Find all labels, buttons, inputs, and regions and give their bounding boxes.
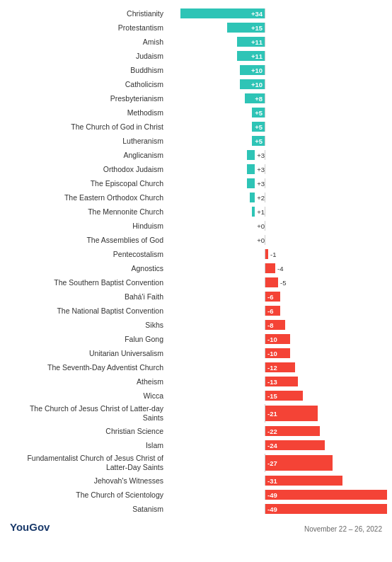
bar-row: Anglicanism+3	[7, 149, 385, 161]
bar-label: Bahá'i Faith	[7, 292, 166, 302]
bar-row: Protestantism+15	[7, 21, 385, 34]
negative-bar: -6	[265, 292, 280, 302]
positive-bar	[252, 207, 255, 217]
bar-label: Jehovah's Witnesses	[7, 476, 166, 486]
bar-row: Unitarian Universalism-10	[7, 347, 385, 360]
bar-value-label: +3	[257, 151, 265, 159]
bar-area: -49	[166, 490, 392, 500]
positive-bar: +10	[240, 65, 265, 75]
bar-value-label: +5	[255, 123, 263, 131]
bar-row: Sikhs-8	[7, 319, 385, 331]
positive-bar	[250, 193, 255, 202]
bar-row: Pentecostalism-1	[7, 248, 385, 260]
bar-area: +3	[166, 178, 392, 188]
bar-row: The Church of Scientology-49	[7, 488, 385, 501]
bar-label: Lutheranism	[7, 137, 166, 146]
bar-area: -6	[166, 306, 392, 316]
bar-label: Pentecostalism	[7, 250, 166, 259]
bar-label: Sikhs	[7, 321, 166, 330]
negative-bar	[265, 249, 268, 259]
bar-area: -8	[166, 320, 392, 330]
bar-label: The Seventh-Day Adventist Church	[7, 363, 166, 372]
positive-bar	[247, 178, 255, 188]
negative-bar	[265, 277, 278, 287]
bar-area: +0	[166, 221, 392, 231]
bar-area: -21	[166, 403, 392, 423]
bar-label: Methodism	[7, 108, 166, 117]
bar-value-label: -8	[267, 321, 273, 329]
bar-area: -49	[166, 504, 392, 514]
bar-row: The Church of Jesus Christ of Latter-day…	[7, 403, 385, 423]
bar-label: Anglicanism	[7, 151, 166, 160]
bar-row: Atheism-13	[7, 375, 385, 388]
bar-row: The Southern Baptist Convention-5	[7, 276, 385, 289]
bar-label: Amish	[7, 38, 166, 47]
bar-area: +10	[166, 65, 392, 75]
bar-value-label: -21	[267, 410, 277, 418]
bar-row: Islam-24	[7, 439, 385, 452]
negative-bar: -6	[265, 306, 280, 316]
positive-bar	[247, 164, 255, 174]
bar-label: Islam	[7, 441, 166, 450]
bar-label: Protestantism	[7, 23, 166, 33]
bar-label: The Assemblies of God	[7, 236, 166, 245]
bar-area: +5	[166, 136, 392, 146]
bar-label: The Church of Jesus Christ of Latter-day…	[7, 403, 166, 423]
bar-row: Lutheranism+5	[7, 134, 385, 147]
bar-value-label: -6	[267, 307, 273, 315]
positive-bar: +10	[240, 79, 265, 89]
bar-row: The National Baptist Convention-6	[7, 304, 385, 317]
bar-area: -27	[166, 453, 392, 473]
bar-area: -1	[166, 249, 392, 259]
bar-value-label: +0	[257, 222, 265, 230]
bar-value-label: -22	[267, 428, 277, 435]
bar-label: Christian Science	[7, 427, 166, 436]
bar-label: The Episcopal Church	[7, 179, 166, 188]
bar-value-label: -12	[267, 364, 277, 372]
bar-area: +15	[166, 23, 392, 33]
bar-row: The Assemblies of God+0	[7, 234, 385, 246]
bar-area: -6	[166, 292, 392, 302]
bar-row: Agnostics-4	[7, 262, 385, 275]
bar-area: -22	[166, 426, 392, 436]
bar-area: -10	[166, 334, 392, 344]
bar-area: -31	[166, 476, 392, 486]
positive-bar: +5	[252, 108, 265, 117]
bar-area: +3	[166, 150, 392, 160]
bar-value-label: +34	[251, 10, 263, 18]
negative-bar: -15	[265, 391, 303, 401]
bar-row: Orthodox Judaism+3	[7, 163, 385, 176]
bar-area: +5	[166, 108, 392, 117]
bar-area: +11	[166, 37, 392, 47]
bar-area: -4	[166, 263, 392, 273]
negative-bar: -21	[265, 406, 318, 421]
bar-row: The Seventh-Day Adventist Church-12	[7, 361, 385, 374]
bar-area: +3	[166, 164, 392, 174]
bar-row: Jehovah's Witnesses-31	[7, 474, 385, 487]
bar-label: Atheism	[7, 377, 166, 386]
bar-value-label: -13	[267, 378, 277, 386]
bar-row: Catholicism+10	[7, 78, 385, 91]
bar-value-label: +8	[255, 95, 263, 103]
negative-bar: -49	[265, 490, 387, 500]
bar-row: Falun Gong-10	[7, 333, 385, 345]
negative-bar: -10	[265, 348, 290, 358]
bar-label: Judaism	[7, 52, 166, 61]
negative-bar: -31	[265, 476, 342, 486]
bar-value-label: +11	[251, 38, 263, 46]
bar-area: -12	[166, 362, 392, 372]
bar-row: Wicca-15	[7, 389, 385, 402]
bar-label: The Church of God in Christ	[7, 122, 166, 132]
bar-value-label: +15	[251, 24, 263, 32]
bar-area: +1	[166, 207, 392, 217]
bar-value-label: +10	[251, 81, 263, 88]
bar-label: Buddhism	[7, 66, 166, 75]
negative-bar	[265, 263, 275, 273]
bar-value-label: -49	[267, 505, 277, 513]
negative-bar: -10	[265, 334, 290, 344]
positive-bar: +8	[245, 93, 265, 103]
bar-row: Bahá'i Faith-6	[7, 290, 385, 303]
positive-bar: +11	[237, 37, 265, 47]
bar-area: +2	[166, 193, 392, 202]
positive-bar: +11	[237, 51, 265, 61]
